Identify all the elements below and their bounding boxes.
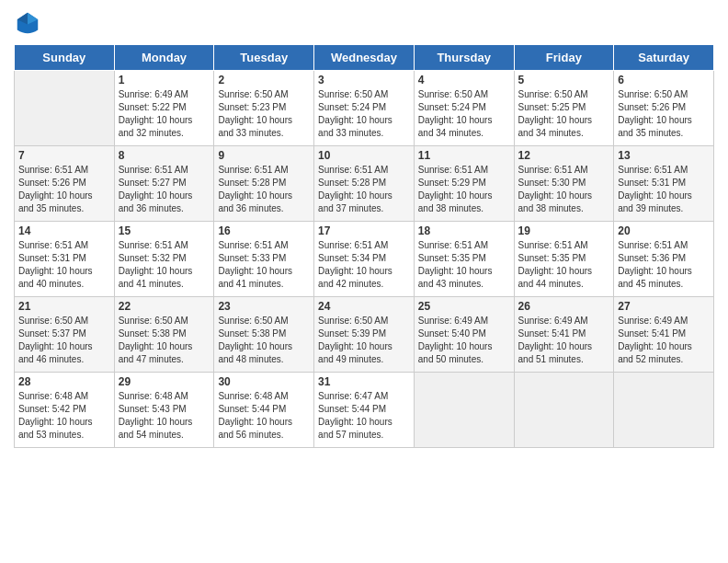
day-number: 25 bbox=[418, 300, 510, 313]
cell-content: Sunrise: 6:51 AM Sunset: 5:34 PM Dayligh… bbox=[318, 239, 410, 291]
calendar-cell: 22Sunrise: 6:50 AM Sunset: 5:38 PM Dayli… bbox=[114, 297, 214, 373]
day-number: 17 bbox=[318, 224, 410, 237]
cell-content: Sunrise: 6:51 AM Sunset: 5:33 PM Dayligh… bbox=[218, 239, 310, 291]
calendar-cell: 24Sunrise: 6:50 AM Sunset: 5:39 PM Dayli… bbox=[314, 297, 415, 373]
day-number: 30 bbox=[218, 375, 310, 388]
logo bbox=[14, 9, 45, 37]
calendar-cell: 12Sunrise: 6:51 AM Sunset: 5:30 PM Dayli… bbox=[514, 146, 614, 222]
header-monday: Monday bbox=[114, 45, 214, 71]
day-number: 8 bbox=[119, 149, 210, 162]
day-number: 21 bbox=[18, 300, 110, 313]
calendar-cell: 28Sunrise: 6:48 AM Sunset: 5:42 PM Dayli… bbox=[15, 373, 115, 448]
cell-content: Sunrise: 6:50 AM Sunset: 5:25 PM Dayligh… bbox=[518, 88, 610, 140]
day-number: 14 bbox=[18, 224, 110, 237]
calendar-cell: 29Sunrise: 6:48 AM Sunset: 5:43 PM Dayli… bbox=[114, 373, 214, 448]
calendar-cell: 18Sunrise: 6:51 AM Sunset: 5:35 PM Dayli… bbox=[414, 222, 514, 297]
calendar-cell bbox=[514, 373, 614, 448]
calendar-cell: 15Sunrise: 6:51 AM Sunset: 5:32 PM Dayli… bbox=[114, 222, 214, 297]
calendar-week-row: 7Sunrise: 6:51 AM Sunset: 5:26 PM Daylig… bbox=[15, 146, 714, 222]
logo-icon bbox=[14, 9, 41, 37]
day-number: 13 bbox=[618, 149, 710, 162]
day-number: 2 bbox=[218, 74, 310, 86]
day-number: 5 bbox=[518, 74, 610, 86]
calendar-cell: 19Sunrise: 6:51 AM Sunset: 5:35 PM Dayli… bbox=[514, 222, 614, 297]
calendar-cell: 20Sunrise: 6:51 AM Sunset: 5:36 PM Dayli… bbox=[614, 222, 714, 297]
cell-content: Sunrise: 6:51 AM Sunset: 5:26 PM Dayligh… bbox=[18, 164, 110, 215]
day-number: 9 bbox=[218, 149, 310, 162]
header-sunday: Sunday bbox=[15, 45, 115, 71]
cell-content: Sunrise: 6:50 AM Sunset: 5:39 PM Dayligh… bbox=[318, 315, 410, 366]
day-number: 27 bbox=[618, 300, 710, 313]
calendar-cell: 30Sunrise: 6:48 AM Sunset: 5:44 PM Dayli… bbox=[214, 373, 314, 448]
day-number: 7 bbox=[18, 149, 110, 162]
calendar-cell: 4Sunrise: 6:50 AM Sunset: 5:24 PM Daylig… bbox=[414, 71, 514, 146]
calendar-cell: 17Sunrise: 6:51 AM Sunset: 5:34 PM Dayli… bbox=[314, 222, 415, 297]
header bbox=[14, 9, 714, 37]
day-number: 1 bbox=[119, 74, 210, 86]
cell-content: Sunrise: 6:51 AM Sunset: 5:36 PM Dayligh… bbox=[618, 239, 710, 291]
calendar-week-row: 28Sunrise: 6:48 AM Sunset: 5:42 PM Dayli… bbox=[15, 373, 714, 448]
calendar-cell: 27Sunrise: 6:49 AM Sunset: 5:41 PM Dayli… bbox=[614, 297, 714, 373]
cell-content: Sunrise: 6:50 AM Sunset: 5:24 PM Dayligh… bbox=[318, 88, 410, 140]
day-number: 6 bbox=[618, 74, 710, 86]
calendar-cell: 1Sunrise: 6:49 AM Sunset: 5:22 PM Daylig… bbox=[114, 71, 214, 146]
cell-content: Sunrise: 6:51 AM Sunset: 5:35 PM Dayligh… bbox=[518, 239, 610, 291]
calendar-table: Sunday Monday Tuesday Wednesday Thursday… bbox=[14, 44, 714, 448]
day-number: 31 bbox=[318, 375, 410, 388]
calendar-cell: 10Sunrise: 6:51 AM Sunset: 5:28 PM Dayli… bbox=[314, 146, 415, 222]
calendar-header: Sunday Monday Tuesday Wednesday Thursday… bbox=[15, 45, 714, 71]
day-number: 15 bbox=[119, 224, 210, 237]
day-number: 28 bbox=[18, 375, 110, 388]
day-number: 16 bbox=[218, 224, 310, 237]
cell-content: Sunrise: 6:48 AM Sunset: 5:44 PM Dayligh… bbox=[218, 390, 310, 442]
cell-content: Sunrise: 6:51 AM Sunset: 5:35 PM Dayligh… bbox=[418, 239, 510, 291]
cell-content: Sunrise: 6:50 AM Sunset: 5:24 PM Dayligh… bbox=[418, 88, 510, 140]
cell-content: Sunrise: 6:51 AM Sunset: 5:29 PM Dayligh… bbox=[418, 164, 510, 215]
header-thursday: Thursday bbox=[414, 45, 514, 71]
cell-content: Sunrise: 6:51 AM Sunset: 5:31 PM Dayligh… bbox=[618, 164, 710, 215]
cell-content: Sunrise: 6:49 AM Sunset: 5:22 PM Dayligh… bbox=[119, 88, 210, 140]
day-number: 22 bbox=[119, 300, 210, 313]
calendar-cell: 8Sunrise: 6:51 AM Sunset: 5:27 PM Daylig… bbox=[114, 146, 214, 222]
cell-content: Sunrise: 6:49 AM Sunset: 5:41 PM Dayligh… bbox=[618, 315, 710, 366]
day-number: 10 bbox=[318, 149, 410, 162]
calendar-cell: 6Sunrise: 6:50 AM Sunset: 5:26 PM Daylig… bbox=[614, 71, 714, 146]
calendar-cell: 25Sunrise: 6:49 AM Sunset: 5:40 PM Dayli… bbox=[414, 297, 514, 373]
day-number: 3 bbox=[318, 74, 410, 86]
day-number: 29 bbox=[119, 375, 210, 388]
cell-content: Sunrise: 6:48 AM Sunset: 5:42 PM Dayligh… bbox=[18, 390, 110, 442]
calendar-cell: 5Sunrise: 6:50 AM Sunset: 5:25 PM Daylig… bbox=[514, 71, 614, 146]
calendar-cell: 7Sunrise: 6:51 AM Sunset: 5:26 PM Daylig… bbox=[15, 146, 115, 222]
header-saturday: Saturday bbox=[614, 45, 714, 71]
cell-content: Sunrise: 6:51 AM Sunset: 5:28 PM Dayligh… bbox=[318, 164, 410, 215]
day-number: 4 bbox=[418, 74, 510, 86]
day-number: 20 bbox=[618, 224, 710, 237]
day-number: 24 bbox=[318, 300, 410, 313]
calendar-body: 1Sunrise: 6:49 AM Sunset: 5:22 PM Daylig… bbox=[15, 71, 714, 448]
cell-content: Sunrise: 6:51 AM Sunset: 5:30 PM Dayligh… bbox=[518, 164, 610, 215]
calendar-cell bbox=[614, 373, 714, 448]
calendar-cell bbox=[15, 71, 115, 146]
page-container: Sunday Monday Tuesday Wednesday Thursday… bbox=[0, 0, 728, 453]
calendar-cell: 31Sunrise: 6:47 AM Sunset: 5:44 PM Dayli… bbox=[314, 373, 415, 448]
calendar-cell: 16Sunrise: 6:51 AM Sunset: 5:33 PM Dayli… bbox=[214, 222, 314, 297]
header-wednesday: Wednesday bbox=[314, 45, 415, 71]
day-number: 11 bbox=[418, 149, 510, 162]
cell-content: Sunrise: 6:50 AM Sunset: 5:38 PM Dayligh… bbox=[218, 315, 310, 366]
cell-content: Sunrise: 6:51 AM Sunset: 5:27 PM Dayligh… bbox=[119, 164, 210, 215]
calendar-cell: 14Sunrise: 6:51 AM Sunset: 5:31 PM Dayli… bbox=[15, 222, 115, 297]
cell-content: Sunrise: 6:50 AM Sunset: 5:37 PM Dayligh… bbox=[18, 315, 110, 366]
cell-content: Sunrise: 6:47 AM Sunset: 5:44 PM Dayligh… bbox=[318, 390, 410, 442]
day-number: 12 bbox=[518, 149, 610, 162]
header-tuesday: Tuesday bbox=[214, 45, 314, 71]
calendar-week-row: 1Sunrise: 6:49 AM Sunset: 5:22 PM Daylig… bbox=[15, 71, 714, 146]
day-number: 26 bbox=[518, 300, 610, 313]
calendar-cell: 2Sunrise: 6:50 AM Sunset: 5:23 PM Daylig… bbox=[214, 71, 314, 146]
weekday-header-row: Sunday Monday Tuesday Wednesday Thursday… bbox=[15, 45, 714, 71]
calendar-cell bbox=[414, 373, 514, 448]
day-number: 23 bbox=[218, 300, 310, 313]
cell-content: Sunrise: 6:50 AM Sunset: 5:26 PM Dayligh… bbox=[618, 88, 710, 140]
cell-content: Sunrise: 6:50 AM Sunset: 5:23 PM Dayligh… bbox=[218, 88, 310, 140]
cell-content: Sunrise: 6:51 AM Sunset: 5:31 PM Dayligh… bbox=[18, 239, 110, 291]
cell-content: Sunrise: 6:51 AM Sunset: 5:28 PM Dayligh… bbox=[218, 164, 310, 215]
